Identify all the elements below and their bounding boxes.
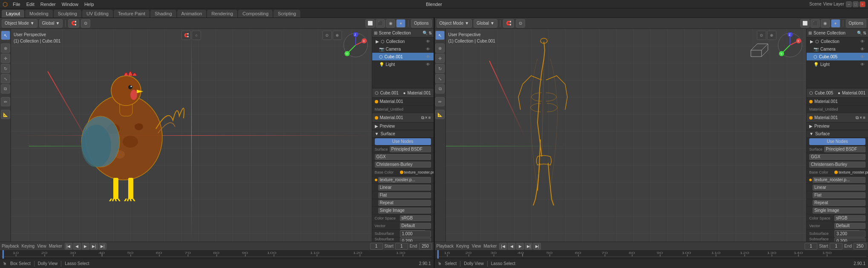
tab-animation[interactable]: Animation bbox=[177, 10, 207, 17]
mat-menu-icon-right[interactable]: ≡ bbox=[863, 115, 865, 120]
material-btn-left[interactable]: ● bbox=[396, 19, 405, 28]
gizmo-btn-left[interactable]: ⊕ bbox=[333, 31, 342, 40]
global-selector-left[interactable]: Global▼ bbox=[39, 19, 63, 28]
snap-toggle-left[interactable]: 🧲 bbox=[181, 31, 191, 40]
options-btn-right[interactable]: Options bbox=[846, 19, 866, 28]
solid-btn-left[interactable]: ⬛ bbox=[376, 19, 385, 28]
left-playback-label[interactable]: Playback bbox=[2, 244, 19, 248]
prev-keyframe-right[interactable]: ◀ bbox=[508, 243, 515, 250]
filter-icon-right[interactable]: 🔍 bbox=[857, 31, 862, 35]
rendered-btn-right[interactable]: ◉ bbox=[821, 19, 830, 28]
snap-btn-right[interactable]: 🧲 bbox=[503, 19, 514, 28]
tab-texture-paint[interactable]: Texture Paint bbox=[114, 10, 149, 17]
tab-layout[interactable]: Layout bbox=[2, 10, 24, 17]
nav-gizmo-right[interactable]: X Y Z bbox=[777, 32, 803, 58]
prev-keyframe-left[interactable]: ◀ bbox=[73, 243, 81, 250]
mat-x-icon-left[interactable]: × bbox=[425, 115, 428, 120]
vis-icon-light-left[interactable]: 👁 bbox=[426, 62, 430, 67]
right-end-input[interactable] bbox=[854, 243, 866, 250]
left-surface-section[interactable]: ▼ Surface bbox=[372, 130, 434, 138]
select-tool-right[interactable]: ↖ bbox=[435, 31, 445, 40]
right-marker-label[interactable]: Marker bbox=[483, 244, 497, 248]
left-repeat-dropdown[interactable]: Repeat bbox=[378, 200, 431, 206]
options-btn-left[interactable]: Options bbox=[411, 19, 431, 28]
left-christensen-dropdown[interactable]: Christensen-Burley bbox=[375, 162, 431, 168]
right-repeat-dropdown[interactable]: Repeat bbox=[813, 200, 865, 206]
transform-tool-left[interactable]: ⧉ bbox=[1, 84, 10, 94]
select-tool-left[interactable]: ↖ bbox=[1, 31, 10, 40]
move-tool-left[interactable]: ✛ bbox=[1, 54, 10, 63]
vis-icon-cube-right[interactable]: 👁 bbox=[860, 54, 865, 59]
vis-icon-camera-right[interactable]: 👁 bbox=[860, 47, 865, 51]
right-frame-input[interactable] bbox=[805, 243, 817, 250]
menu-render[interactable]: Render bbox=[38, 1, 58, 7]
global-selector-right[interactable]: Global▼ bbox=[474, 19, 497, 28]
measure-tool-left[interactable]: 📐 bbox=[1, 110, 10, 119]
right-surface-dropdown[interactable]: Principled BSDF bbox=[824, 146, 865, 152]
mat-copy-icon-right[interactable]: ⧉ bbox=[856, 115, 859, 120]
wireframe-btn-left[interactable]: ⬜ bbox=[365, 19, 375, 28]
mat-copy-icon-left[interactable]: ⧉ bbox=[421, 115, 424, 120]
mat-x-icon-right[interactable]: × bbox=[859, 115, 862, 120]
right-subsurf-r2[interactable] bbox=[834, 238, 865, 242]
window-minimize[interactable]: – bbox=[846, 1, 852, 7]
tab-compositing[interactable]: Compositing bbox=[238, 10, 273, 17]
window-maximize[interactable]: □ bbox=[853, 1, 859, 7]
right-colorspace-dropdown[interactable]: sRGB bbox=[834, 215, 865, 221]
left-texture-dropdown[interactable]: texture_rooster.p... bbox=[378, 177, 431, 183]
left-keying-label[interactable]: Keying bbox=[22, 244, 35, 248]
rendered-btn-left[interactable]: ◉ bbox=[386, 19, 395, 28]
outliner-cube-right[interactable]: ⬡ Cube.005 👁 bbox=[807, 53, 868, 60]
play-start-right[interactable]: |◀ bbox=[499, 243, 507, 250]
proportional-left[interactable]: ○ bbox=[192, 31, 201, 40]
right-start-input[interactable] bbox=[830, 243, 842, 250]
outliner-collection-right[interactable]: ▶ ⬡ Collection 👁 bbox=[807, 37, 868, 45]
right-subsurf-r1[interactable] bbox=[834, 231, 865, 237]
right-preview-section[interactable]: ▶ Preview bbox=[807, 123, 868, 130]
right-texture-dropdown[interactable]: texture_rooster.p... bbox=[813, 177, 865, 183]
left-view-label[interactable]: View bbox=[37, 244, 46, 248]
menu-window[interactable]: Window bbox=[59, 1, 81, 7]
annotate-tool-right[interactable]: ✏ bbox=[435, 97, 445, 106]
left-single-image-dropdown[interactable]: Single Image bbox=[378, 208, 431, 214]
left-3d-viewport[interactable]: User Perspective (1) Collection | Cube.0… bbox=[11, 29, 372, 242]
menu-help[interactable]: Help bbox=[82, 1, 97, 7]
cursor-tool-left[interactable]: ⊕ bbox=[1, 43, 10, 53]
menu-edit[interactable]: Edit bbox=[24, 1, 37, 7]
left-surface-dropdown[interactable]: Principled BSDF bbox=[390, 146, 431, 152]
mode-selector-right[interactable]: Object Mode ▼ bbox=[437, 19, 472, 28]
measure-tool-right[interactable]: 📐 bbox=[435, 110, 445, 119]
right-flat-dropdown[interactable]: Flat bbox=[813, 192, 865, 198]
move-tool-right[interactable]: ✛ bbox=[435, 54, 445, 63]
play-left[interactable]: ▶ bbox=[82, 243, 89, 250]
play-end-right[interactable]: ▶| bbox=[533, 243, 541, 250]
scale-tool-right[interactable]: ⤡ bbox=[435, 74, 445, 83]
use-nodes-btn-right[interactable]: Use Nodes bbox=[809, 138, 865, 145]
left-start-input[interactable] bbox=[395, 243, 408, 250]
snap-btn-left[interactable]: 🧲 bbox=[68, 19, 79, 28]
transform-tool-right[interactable]: ⧉ bbox=[435, 84, 445, 94]
annotate-tool-left[interactable]: ✏ bbox=[1, 97, 10, 106]
outliner-collection-left[interactable]: ▶ ⬡ Collection 👁 bbox=[372, 37, 434, 45]
window-close[interactable]: × bbox=[859, 1, 865, 7]
right-surface-section[interactable]: ▼ Surface bbox=[807, 130, 868, 138]
right-view-label[interactable]: View bbox=[472, 244, 481, 248]
right-ggx-dropdown[interactable]: GGX bbox=[809, 154, 865, 160]
menu-file[interactable]: File bbox=[10, 1, 23, 7]
right-single-image-dropdown[interactable]: Single Image bbox=[813, 208, 865, 214]
vis-icon-collection-left[interactable]: 👁 bbox=[426, 39, 430, 44]
left-frame-input[interactable] bbox=[370, 243, 383, 250]
tab-sculpting[interactable]: Sculpting bbox=[54, 10, 81, 17]
tab-scripting[interactable]: Scripting bbox=[273, 10, 300, 17]
left-timeline-ruler[interactable]: 10 20 30 40 50 60 70 80 bbox=[0, 250, 434, 259]
tab-modeling[interactable]: Modeling bbox=[25, 10, 53, 17]
right-timeline-ruler[interactable]: 16 20 30 40 50 60 70 80 bbox=[435, 250, 868, 259]
vis-icon-collection-right[interactable]: 👁 bbox=[860, 39, 865, 44]
material-btn-right[interactable]: ● bbox=[831, 19, 840, 28]
use-nodes-btn-left[interactable]: Use Nodes bbox=[375, 138, 431, 145]
right-playback-label[interactable]: Playback bbox=[437, 244, 454, 248]
rotate-tool-left[interactable]: ↻ bbox=[1, 64, 10, 73]
right-linear-dropdown[interactable]: Linear bbox=[813, 185, 865, 191]
left-ggx-dropdown[interactable]: GGX bbox=[375, 154, 431, 160]
tab-rendering[interactable]: Rendering bbox=[207, 10, 237, 17]
